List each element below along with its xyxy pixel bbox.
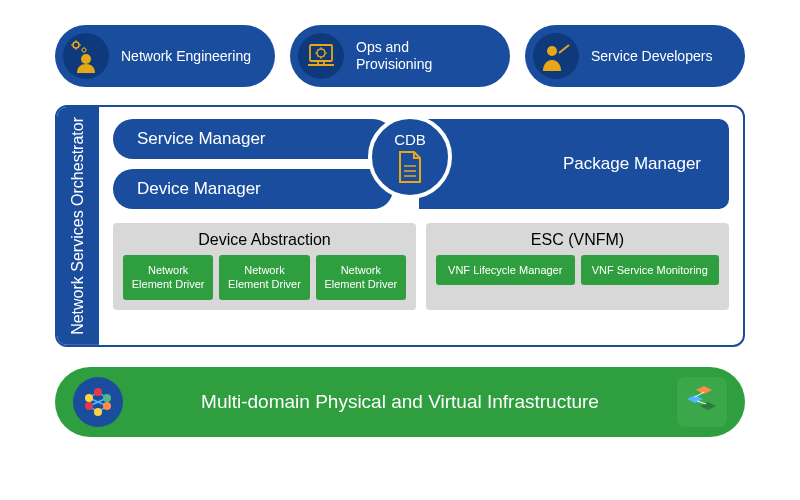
- esc-vnfm-title: ESC (VNFM): [436, 231, 719, 249]
- engineer-icon: [63, 33, 109, 79]
- developer-icon: [533, 33, 579, 79]
- device-abstraction-box: Device Abstraction Network Element Drive…: [113, 223, 416, 310]
- persona-label: Service Developers: [591, 48, 712, 65]
- infrastructure-footer: Multi-domain Physical and Virtual Infras…: [55, 367, 745, 437]
- infrastructure-label: Multi-domain Physical and Virtual Infras…: [123, 391, 677, 413]
- svg-point-19: [85, 394, 93, 402]
- svg-point-22: [103, 402, 111, 410]
- device-manager: Device Manager: [113, 169, 393, 209]
- network-element-driver: Network Element Driver: [219, 255, 309, 300]
- svg-point-2: [81, 54, 91, 64]
- svg-point-1: [82, 48, 86, 52]
- orchestrator-container: Network Services Orchestrator Service Ma…: [55, 105, 745, 347]
- esc-vnfm-box: ESC (VNFM) VNF Lifecycle Manager VNF Ser…: [426, 223, 729, 310]
- svg-point-18: [94, 388, 102, 396]
- manager-section: Service Manager Device Manager CDB Packa…: [113, 119, 729, 209]
- abstraction-section: Device Abstraction Network Element Drive…: [113, 223, 729, 310]
- persona-network-engineering: Network Engineering: [55, 25, 275, 87]
- service-manager: Service Manager: [113, 119, 393, 159]
- package-manager: Package Manager: [419, 119, 729, 209]
- cdb-label: CDB: [394, 131, 426, 148]
- persona-label: Ops and Provisioning: [356, 39, 488, 73]
- package-manager-label: Package Manager: [563, 153, 701, 175]
- network-graph-icon: [73, 377, 123, 427]
- managers-column: Service Manager Device Manager: [113, 119, 393, 209]
- svg-line-6: [559, 45, 569, 53]
- persona-service-developers: Service Developers: [525, 25, 745, 87]
- network-element-driver: Network Element Driver: [316, 255, 406, 300]
- ops-icon: [298, 33, 344, 79]
- infrastructure-tiles-icon: [677, 377, 727, 427]
- orchestrator-sidebar-title: Network Services Orchestrator: [57, 107, 99, 345]
- svg-point-20: [103, 394, 111, 402]
- vnf-lifecycle-manager: VNF Lifecycle Manager: [436, 255, 575, 285]
- document-icon: [396, 150, 424, 184]
- vnf-service-monitoring: VNF Service Monitoring: [581, 255, 720, 285]
- driver-row: Network Element Driver Network Element D…: [123, 255, 406, 300]
- persona-row: Network Engineering Ops and Provisioning…: [55, 25, 745, 87]
- cdb-component: CDB: [368, 115, 452, 199]
- svg-line-24: [695, 392, 704, 397]
- persona-label: Network Engineering: [121, 48, 251, 65]
- svg-point-23: [94, 408, 102, 416]
- svg-line-25: [697, 401, 706, 404]
- svg-point-5: [547, 46, 557, 56]
- persona-ops-provisioning: Ops and Provisioning: [290, 25, 510, 87]
- network-element-driver: Network Element Driver: [123, 255, 213, 300]
- orchestrator-content: Service Manager Device Manager CDB Packa…: [99, 107, 743, 345]
- vnf-row: VNF Lifecycle Manager VNF Service Monito…: [436, 255, 719, 285]
- svg-point-21: [85, 402, 93, 410]
- device-abstraction-title: Device Abstraction: [123, 231, 406, 249]
